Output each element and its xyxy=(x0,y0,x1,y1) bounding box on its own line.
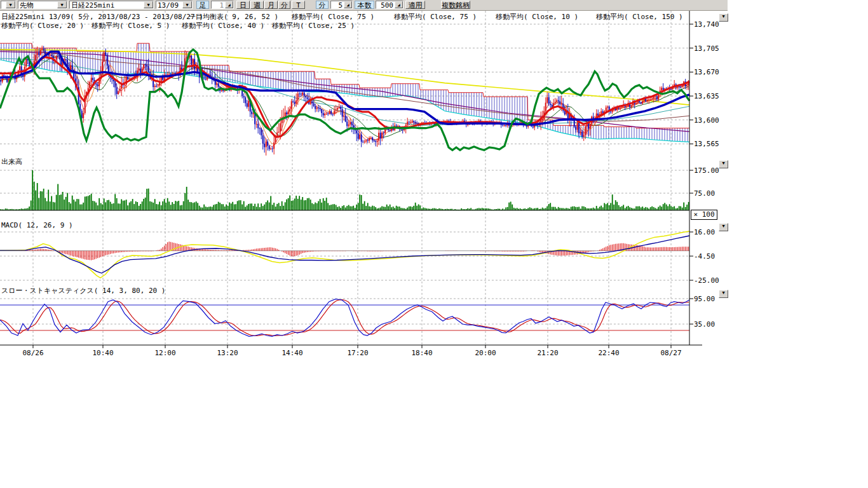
price-axis-label: 13,705 xyxy=(694,44,719,52)
stoch-pane-menu-button[interactable]: ▼ xyxy=(719,290,728,298)
volume-axis-label: 75.00 xyxy=(694,189,715,198)
macd-axis-label: -4.50 xyxy=(694,252,715,261)
time-axis-label: 08/27 xyxy=(660,349,681,357)
time-axis-label: 20:00 xyxy=(475,349,496,357)
time-axis-label: 08/26 xyxy=(22,349,43,357)
price-axis-label: 13,600 xyxy=(694,116,719,124)
spinner-icon[interactable]: ◢ xyxy=(395,1,403,8)
minute-spinner[interactable]: 5 ◢ xyxy=(330,1,353,9)
trading-app-window: ▼ 先物 ▼ 日経225mini ▼ 13/09 ▼ 足 1 ◢ 日 週 月 分… xyxy=(0,0,868,488)
stoch-axis-label: 95.00 xyxy=(694,295,715,303)
legend-item: 移動平均( Close, 25 ) xyxy=(272,21,355,30)
price-axis-label: 13,565 xyxy=(694,140,719,148)
legend-item: 移動平均( Close, 75 ) xyxy=(292,12,374,22)
time-axis-label: 21:20 xyxy=(537,349,558,357)
period-week-button[interactable]: 週 xyxy=(250,1,264,9)
time-axis-label: 18:40 xyxy=(411,349,432,357)
spinner-icon[interactable]: ◢ xyxy=(225,1,233,8)
contract-month-combobox-value: 13/09 xyxy=(156,1,182,8)
category-combobox-value: 先物 xyxy=(18,1,57,8)
apply-button[interactable]: 適用 xyxy=(405,1,425,9)
contract-month-combobox[interactable]: 13/09 ▼ xyxy=(156,1,193,9)
toolbar: ▼ 先物 ▼ 日経225mini ▼ 13/09 ▼ 足 1 ◢ 日 週 月 分… xyxy=(0,0,728,11)
bar-count-value: 500 xyxy=(376,1,395,8)
period-month-button[interactable]: 月 xyxy=(264,1,278,9)
volume-axis-label: 175.00 xyxy=(694,166,719,175)
chevron-down-icon[interactable]: ▼ xyxy=(144,1,153,8)
chevron-down-icon[interactable]: ▼ xyxy=(57,1,67,8)
multi-symbol-button[interactable]: 複数銘柄 xyxy=(441,1,470,9)
volume-pane-menu-button[interactable]: ▼ xyxy=(719,160,728,168)
chevron-down-icon[interactable]: ▼ xyxy=(6,1,15,8)
time-axis-label: 12:00 xyxy=(154,349,175,357)
bar-type-label: 足 xyxy=(196,1,209,9)
volume-multiplier-badge: × 100 xyxy=(691,210,717,220)
period-day-button[interactable]: 日 xyxy=(236,1,250,9)
chevron-down-icon[interactable]: ▼ xyxy=(182,1,192,8)
price-axis-label: 13,670 xyxy=(694,68,719,76)
legend-item: 移動平均( Close, 150 ) xyxy=(596,12,683,22)
symbol-combobox[interactable]: 日経225mini ▼ xyxy=(69,1,154,9)
minute-value: 5 xyxy=(331,1,344,8)
time-axis-label: 17:20 xyxy=(347,349,368,357)
bar-interval-value: 1 xyxy=(212,1,225,8)
legend-item: 移動平均( Close, 5 ) xyxy=(92,21,170,30)
minute-label: 分 xyxy=(316,1,329,9)
period-minute-button[interactable]: 分 xyxy=(278,1,290,9)
period-tick-button[interactable]: T xyxy=(292,1,305,9)
legend-item: 移動平均( Close, 20 ) xyxy=(1,21,84,30)
legend-item: 移動平均( Close, 75 ) xyxy=(394,12,477,22)
price-axis-label: 13,740 xyxy=(694,20,719,29)
bar-count-label: 本数 xyxy=(355,1,374,9)
legend-item: 一目均衡表( 9, 26, 52 ) xyxy=(189,12,278,22)
bar-count-spinner[interactable]: 500 ◢ xyxy=(376,1,403,9)
macd-axis-label: -25.00 xyxy=(694,276,719,285)
blank-combobox[interactable]: ▼ xyxy=(1,1,16,9)
macd-pane-menu-button[interactable]: ▼ xyxy=(719,223,728,231)
stoch-axis-label: 35.00 xyxy=(694,320,715,329)
chart-area[interactable] xyxy=(0,0,728,365)
time-axis-label: 10:40 xyxy=(92,349,113,357)
volume-pane-label: 出来高 xyxy=(1,157,22,166)
stochastics-pane-label: スロー・ストキャスティクス( 14, 3, 80, 20 ) xyxy=(1,286,165,295)
price-axis-label: 13,635 xyxy=(694,92,719,100)
time-axis-label: 13:20 xyxy=(217,349,238,357)
bar-interval-spinner[interactable]: 1 ◢ xyxy=(211,1,234,9)
price-pane-menu-button[interactable]: ▼ xyxy=(719,13,728,22)
blank-combobox-value xyxy=(1,1,6,8)
symbol-combobox-value: 日経225mini xyxy=(70,1,144,8)
legend-item: 移動平均( Close, 40 ) xyxy=(182,21,264,30)
legend-item: 日経225mini 13/09( 5分, 2013/08/23 - 2013/0… xyxy=(1,12,203,22)
time-axis-label: 22:40 xyxy=(598,349,619,357)
category-combobox[interactable]: 先物 ▼ xyxy=(18,1,67,9)
spinner-icon[interactable]: ◢ xyxy=(344,1,352,8)
macd-pane-label: MACD( 12, 26, 9 ) xyxy=(1,221,73,229)
chart-background xyxy=(0,0,728,365)
legend-item: 移動平均( Close, 10 ) xyxy=(496,12,578,22)
time-axis-label: 14:40 xyxy=(281,349,302,357)
macd-axis-label: 16.00 xyxy=(694,228,715,236)
